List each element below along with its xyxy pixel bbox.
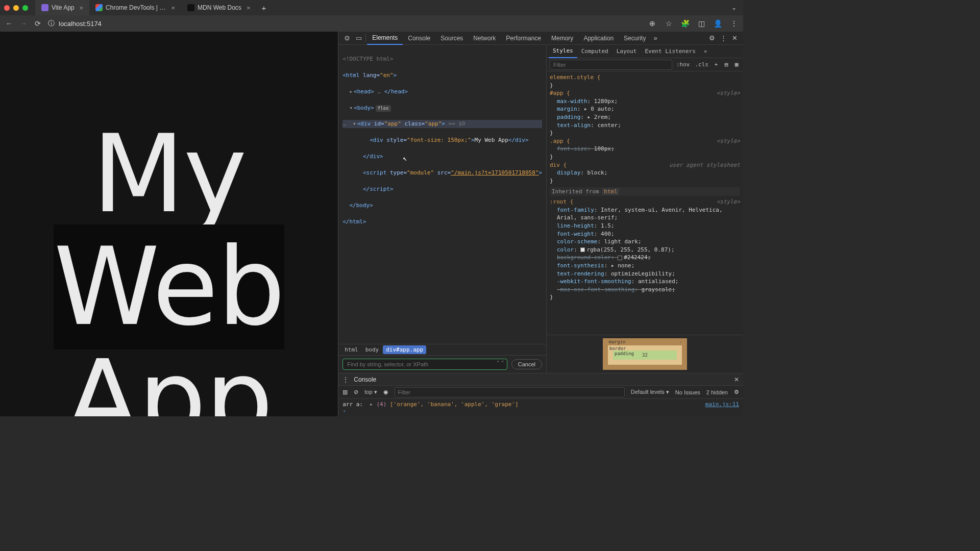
favicon-icon [187, 4, 194, 11]
box-model: margin- border padding32 [547, 335, 743, 373]
context-select[interactable]: top ▾ [364, 389, 377, 395]
gear-icon[interactable]: ⚙ [709, 34, 715, 42]
close-icon[interactable]: × [171, 4, 175, 12]
tab-sources[interactable]: Sources [435, 32, 468, 45]
sidepanel-icon[interactable]: ◫ [697, 19, 705, 28]
crumb-html[interactable]: html [341, 345, 361, 354]
log-levels-select[interactable]: Default levels ▾ [631, 389, 669, 395]
find-input[interactable] [342, 359, 507, 370]
new-tab-button[interactable]: + [256, 4, 271, 12]
device-toggle-icon[interactable]: ▭ [356, 34, 362, 42]
crumb-app[interactable]: div#app.app [383, 345, 426, 354]
source-link[interactable]: main.js:11 [705, 401, 739, 408]
chevron-down-icon[interactable]: ˅ [501, 360, 504, 367]
favicon-icon [41, 4, 48, 11]
console-drawer: ⋮ Console ✕ ▥ ⊘ top ▾ ◉ Default levels ▾… [338, 373, 743, 416]
collapse-icon[interactable] [353, 120, 357, 127]
tab-console[interactable]: Console [403, 32, 435, 45]
window-maximize-icon[interactable] [22, 5, 28, 11]
tab-performance[interactable]: Performance [501, 32, 546, 45]
styles-filter-input[interactable] [550, 60, 672, 70]
devtools-panel: ⯐ ▭ Elements Console Sources Network Per… [338, 32, 743, 416]
tab-security[interactable]: Security [619, 32, 651, 45]
close-icon[interactable]: × [247, 4, 251, 12]
page-viewport: My Web App [0, 32, 338, 416]
clear-icon[interactable]: ⊘ [354, 389, 358, 395]
console-output[interactable]: main.js:11 arr a: ▸ (4) ['orange', 'bana… [338, 399, 743, 416]
close-icon[interactable]: × [79, 4, 83, 12]
devtools-tabs: ⯐ ▭ Elements Console Sources Network Per… [338, 32, 743, 45]
close-icon[interactable]: ✕ [734, 376, 739, 383]
close-icon[interactable]: ✕ [732, 34, 738, 42]
tab-chrome-devtools[interactable]: Chrome DevTools | Chrome × [89, 0, 181, 15]
find-bar: ˄˅ Cancel [338, 355, 546, 373]
cancel-button[interactable]: Cancel [511, 359, 542, 369]
window-titlebar: Vite App × Chrome DevTools | Chrome × MD… [0, 0, 743, 15]
tab-label: MDN Web Docs [198, 4, 241, 11]
back-button[interactable]: ← [5, 19, 13, 28]
crumb-body[interactable]: body [362, 345, 382, 354]
overflow-icon[interactable]: » [700, 45, 712, 58]
issues-indicator[interactable]: No Issues [675, 389, 700, 395]
chevron-down-icon[interactable]: ⌄ [729, 4, 739, 11]
tab-memory[interactable]: Memory [546, 32, 578, 45]
subtab-computed[interactable]: Computed [577, 45, 612, 58]
eye-icon[interactable]: ◉ [383, 389, 388, 395]
browser-tabs: Vite App × Chrome DevTools | Chrome × MD… [35, 0, 729, 15]
url-text: localhost:5174 [59, 20, 102, 28]
bookmark-icon[interactable]: ☆ [665, 19, 673, 28]
chevron-up-icon[interactable]: ˄ [497, 360, 500, 367]
menu-icon[interactable]: ⋮ [730, 19, 738, 28]
extensions-icon[interactable]: 🧩 [681, 19, 689, 28]
tab-vite-app[interactable]: Vite App × [35, 0, 89, 15]
favicon-icon [95, 4, 103, 11]
tab-network[interactable]: Network [468, 32, 501, 45]
sidebar-toggle-icon[interactable]: ▥ [342, 389, 348, 395]
console-title: Console [354, 376, 376, 383]
styles-filter-row: :hov .cls + ▤ ▦ [547, 58, 743, 71]
cursor-icon: ↖ [403, 153, 407, 163]
render-icon[interactable]: ▦ [733, 61, 740, 68]
tab-application[interactable]: Application [578, 32, 619, 45]
url-bar: ← → ⟳ ⓘ localhost:5174 ⊕ ☆ 🧩 ◫ 👤 ⋮ [0, 15, 743, 32]
console-filter-input[interactable] [395, 387, 625, 397]
window-close-icon[interactable] [4, 5, 10, 11]
collapse-icon[interactable] [349, 105, 354, 111]
color-swatch-icon[interactable] [580, 247, 585, 252]
traffic-lights [4, 5, 28, 11]
style-rules[interactable]: element.style { } <style>#app { max-widt… [547, 71, 743, 335]
tab-elements[interactable]: Elements [367, 32, 403, 45]
tab-label: Vite App [52, 4, 74, 11]
subtab-layout[interactable]: Layout [612, 45, 641, 58]
kebab-icon[interactable]: ⋮ [720, 34, 727, 42]
tab-label: Chrome DevTools | Chrome [106, 4, 166, 11]
styles-panel: Styles Computed Layout Event Listeners »… [547, 45, 743, 373]
expand-icon[interactable] [349, 88, 354, 95]
hidden-count[interactable]: 2 hidden [706, 389, 728, 395]
subtab-styles[interactable]: Styles [549, 45, 577, 58]
window-minimize-icon[interactable] [13, 5, 19, 11]
computed-toggle-icon[interactable]: ▤ [723, 61, 730, 68]
address-field[interactable]: ⓘ localhost:5174 [48, 19, 642, 28]
color-swatch-icon[interactable] [618, 256, 622, 260]
reload-button[interactable]: ⟳ [34, 19, 42, 28]
tab-mdn[interactable]: MDN Web Docs × [181, 0, 256, 15]
toolbar-right: ⊕ ☆ 🧩 ◫ 👤 ⋮ [648, 19, 738, 28]
breadcrumb: html body div#app.app [338, 344, 546, 355]
zoom-icon[interactable]: ⊕ [648, 19, 656, 28]
page-heading: My Web App [0, 32, 338, 416]
gear-icon[interactable]: ⚙ [734, 389, 739, 395]
divider [365, 34, 366, 42]
profile-icon[interactable]: 👤 [714, 19, 722, 28]
dom-tree[interactable]: <!DOCTYPE html> <html lang="en"> <head> … [338, 45, 546, 344]
kebab-icon[interactable]: ⋮ [342, 376, 349, 383]
cls-toggle[interactable]: .cls [694, 61, 710, 68]
overflow-icon[interactable]: » [653, 34, 657, 42]
new-rule-icon[interactable]: + [713, 61, 720, 68]
site-info-icon[interactable]: ⓘ [48, 19, 55, 28]
forward-button[interactable]: → [19, 19, 28, 28]
hov-toggle[interactable]: :hov [675, 61, 691, 68]
styles-subtabs: Styles Computed Layout Event Listeners » [547, 45, 743, 58]
subtab-event-listeners[interactable]: Event Listeners [641, 45, 699, 58]
inspect-icon[interactable]: ⯐ [344, 34, 351, 42]
